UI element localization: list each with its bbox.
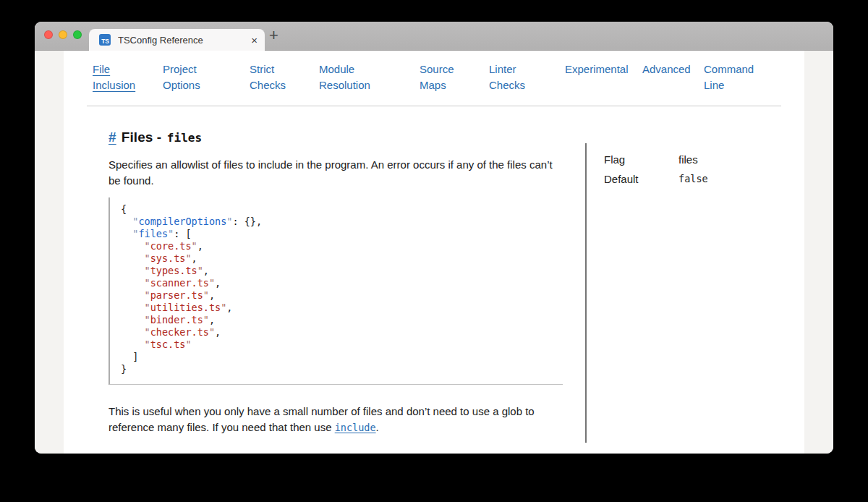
- article: #Files - files Specifies an allowlist of…: [109, 129, 563, 435]
- tab-close-icon[interactable]: ×: [251, 35, 258, 46]
- meta-row: Defaultfalse: [604, 171, 788, 187]
- section-heading: #Files - files: [109, 129, 563, 145]
- heading-anchor-link[interactable]: #: [109, 129, 116, 145]
- include-link[interactable]: include: [335, 422, 376, 433]
- intro-paragraph: Specifies an allowlist of files to inclu…: [109, 157, 563, 188]
- code-line: "binder.ts",: [121, 314, 563, 326]
- meta-label: Flag: [604, 152, 678, 168]
- outro-text-before: This is useful when you only have a smal…: [109, 405, 535, 433]
- code-line: "compilerOptions": {},: [121, 216, 563, 228]
- code-line: "core.ts",: [121, 240, 563, 252]
- outro-text-after: .: [376, 421, 379, 433]
- browser-tab[interactable]: TS TSConfig Reference ×: [89, 29, 265, 51]
- meta-value: files: [678, 152, 698, 168]
- code-line: "tsc.ts": [121, 339, 563, 351]
- code-line: "scanner.ts",: [121, 277, 563, 289]
- page: File InclusionProject OptionsStrict Chec…: [64, 51, 804, 454]
- code-block: { "compilerOptions": {}, "files": [ "cor…: [109, 197, 563, 385]
- code-line: }: [121, 363, 563, 375]
- traffic-lights: [44, 30, 82, 39]
- zoom-window-button[interactable]: [73, 30, 82, 39]
- heading-title: Files -: [122, 129, 162, 145]
- code-line: "checker.ts",: [121, 326, 563, 339]
- code-line: "sys.ts",: [121, 252, 563, 265]
- meta-value: false: [678, 171, 708, 187]
- nav-item-project-options[interactable]: Project Options: [163, 61, 250, 93]
- browser-viewport: File InclusionProject OptionsStrict Chec…: [35, 51, 833, 454]
- nav-item-experimental[interactable]: Experimental: [565, 61, 642, 93]
- close-window-button[interactable]: [44, 30, 53, 39]
- browser-window: TS TSConfig Reference × + File Inclusion…: [35, 22, 833, 454]
- meta-label: Default: [604, 171, 678, 187]
- nav-item-module-resolution[interactable]: Module Resolution: [319, 61, 420, 93]
- nav-item-command-line[interactable]: Command Line: [704, 61, 754, 93]
- nav-item-source-maps[interactable]: Source Maps: [420, 61, 489, 93]
- main-content: #Files - files Specifies an allowlist of…: [64, 106, 804, 443]
- code-line: "parser.ts",: [121, 289, 563, 302]
- nav-item-linter-checks[interactable]: Linter Checks: [489, 61, 565, 93]
- code-line: ]: [121, 351, 563, 363]
- top-nav: File InclusionProject OptionsStrict Chec…: [87, 61, 781, 106]
- nav-item-advanced[interactable]: Advanced: [642, 61, 704, 93]
- minimize-window-button[interactable]: [59, 30, 67, 39]
- code-line: "utilities.ts",: [121, 302, 563, 314]
- tab-title: TSConfig Reference: [118, 35, 251, 46]
- tab-bar: TS TSConfig Reference × +: [35, 22, 833, 51]
- meta-panel: FlagfilesDefaultfalse: [585, 143, 788, 443]
- new-tab-button[interactable]: +: [269, 27, 278, 43]
- code-line: "files": [: [121, 228, 563, 240]
- meta-row: Flagfiles: [604, 152, 788, 168]
- heading-code: files: [167, 131, 203, 145]
- code-line: "types.ts",: [121, 265, 563, 277]
- outro-paragraph: This is useful when you only have a smal…: [109, 404, 563, 435]
- code-line: {: [121, 203, 563, 216]
- nav-item-file-inclusion[interactable]: File Inclusion: [93, 61, 163, 93]
- nav-item-strict-checks[interactable]: Strict Checks: [250, 61, 319, 93]
- typescript-favicon-icon: TS: [99, 34, 111, 46]
